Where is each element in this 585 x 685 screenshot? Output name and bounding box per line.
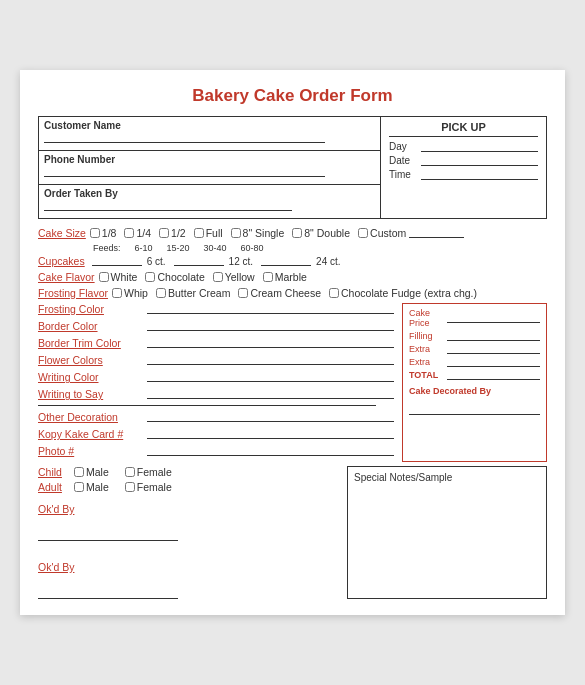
flavor-chocolate-checkbox[interactable] (145, 272, 155, 282)
frosting-flavor-label: Frosting Flavor (38, 287, 108, 299)
child-male-checkbox[interactable] (74, 467, 84, 477)
adult-male-checkbox[interactable] (74, 482, 84, 492)
flavor-white: White (99, 271, 138, 283)
photo-row: Photo # (38, 445, 394, 457)
flavor-yellow: Yellow (213, 271, 255, 283)
phone-label: Phone Number (44, 154, 375, 165)
size-8-single: 8" Single (231, 227, 285, 239)
total-label: TOTAL (409, 370, 447, 380)
size-1-8-checkbox[interactable] (90, 228, 100, 238)
pickup-title: PICK UP (389, 121, 538, 137)
flavor-yellow-checkbox[interactable] (213, 272, 223, 282)
extra-1-field[interactable] (447, 344, 540, 354)
cake-flavor-row: Cake Flavor White Chocolate Yellow Marbl… (38, 271, 547, 283)
writing-to-say-field[interactable] (147, 389, 394, 399)
border-trim-field[interactable] (147, 338, 394, 348)
adult-male: Male (74, 481, 109, 493)
flower-colors-field[interactable] (147, 355, 394, 365)
frosting-cream-cheese: Cream Cheese (238, 287, 321, 299)
frosting-whip: Whip (112, 287, 148, 299)
size-custom: Custom (358, 227, 467, 239)
flavor-chocolate: Chocolate (145, 271, 204, 283)
order-taken-label: Order Taken By (44, 188, 375, 199)
extra-2-label: Extra (409, 357, 447, 367)
page-title: Bakery Cake Order Form (38, 86, 547, 106)
flower-colors-label: Flower Colors (38, 354, 143, 366)
frosting-choc-fudge: Chocolate Fudge (extra chg.) (329, 287, 477, 299)
cupcakes-row: Cupcakes 6 ct. 12 ct. 24 ct. (38, 255, 547, 267)
photo-label: Photo # (38, 445, 143, 457)
size-full: Full (194, 227, 223, 239)
frosting-choc-fudge-checkbox[interactable] (329, 288, 339, 298)
cake-size-label: Cake Size (38, 227, 86, 239)
writing-to-say-row: Writing to Say (38, 388, 394, 400)
flavor-marble-checkbox[interactable] (263, 272, 273, 282)
extra-2-field[interactable] (447, 357, 540, 367)
child-female: Female (125, 466, 172, 478)
child-row: Child Male Female (38, 466, 339, 478)
frosting-color-field[interactable] (147, 304, 394, 314)
other-decoration-field[interactable] (147, 412, 394, 422)
time-row: Time (389, 169, 538, 180)
adult-female-checkbox[interactable] (125, 482, 135, 492)
extra-1-label: Extra (409, 344, 447, 354)
frosting-whip-checkbox[interactable] (112, 288, 122, 298)
writing-to-say-label: Writing to Say (38, 388, 143, 400)
size-1-2: 1/2 (159, 227, 186, 239)
bottom-left: Child Male Female Adult Male (38, 466, 339, 599)
filling-field[interactable] (447, 331, 540, 341)
photo-field[interactable] (147, 446, 394, 456)
border-trim-label: Border Trim Color (38, 337, 143, 349)
child-female-checkbox[interactable] (125, 467, 135, 477)
adult-row: Adult Male Female (38, 481, 339, 493)
bottom-section: Child Male Female Adult Male (38, 466, 547, 599)
cake-size-row: Cake Size 1/8 1/4 1/2 Full (38, 227, 547, 239)
custom-size-field[interactable] (409, 228, 464, 238)
extra-2-row: Extra (409, 357, 540, 367)
day-label: Day (389, 141, 421, 152)
cupcake-qty[interactable] (92, 256, 142, 266)
filling-row: Filling (409, 331, 540, 341)
okd-by-1: Ok'd By (38, 503, 339, 541)
total-field[interactable] (447, 370, 540, 380)
flavor-white-checkbox[interactable] (99, 272, 109, 282)
special-notes-input[interactable] (354, 487, 540, 587)
date-row: Date (389, 155, 538, 166)
frosting-flavor-options: Whip Butter Cream Cream Cheese Chocolate… (112, 287, 483, 299)
cake-price-field[interactable] (447, 313, 540, 323)
size-8-single-checkbox[interactable] (231, 228, 241, 238)
cupcake-qty-2[interactable] (174, 256, 224, 266)
frosting-flavor-row: Frosting Flavor Whip Butter Cream Cream … (38, 287, 547, 299)
size-full-checkbox[interactable] (194, 228, 204, 238)
border-color-row: Border Color (38, 320, 394, 332)
okd-by-1-field[interactable] (38, 531, 178, 541)
writing-color-field[interactable] (147, 372, 394, 382)
flavor-marble: Marble (263, 271, 307, 283)
size-custom-checkbox[interactable] (358, 228, 368, 238)
total-row: TOTAL (409, 370, 540, 380)
adult-label: Adult (38, 481, 74, 493)
okd-by-1-label: Ok'd By (38, 503, 74, 515)
writing-color-label: Writing Color (38, 371, 143, 383)
border-color-field[interactable] (147, 321, 394, 331)
size-8-double-checkbox[interactable] (292, 228, 302, 238)
extra-1-row: Extra (409, 344, 540, 354)
customer-name-row: Customer Name (39, 117, 380, 151)
kopy-kake-label: Kopy Kake Card # (38, 428, 143, 440)
other-decoration-label: Other Decoration (38, 411, 143, 423)
frosting-butter-checkbox[interactable] (156, 288, 166, 298)
time-label: Time (389, 169, 421, 180)
feeds-label: Feeds: (93, 243, 121, 253)
pickup-section: PICK UP Day Date Time (381, 117, 546, 218)
frosting-cream-cheese-checkbox[interactable] (238, 288, 248, 298)
day-row: Day (389, 141, 538, 152)
frosting-color-row: Frosting Color (38, 303, 394, 315)
size-1-2-checkbox[interactable] (159, 228, 169, 238)
kopy-kake-field[interactable] (147, 429, 394, 439)
cupcake-qty-3[interactable] (261, 256, 311, 266)
child-label: Child (38, 466, 74, 478)
top-section: Customer Name Phone Number Order Taken B… (38, 116, 547, 219)
size-1-4-checkbox[interactable] (124, 228, 134, 238)
child-male: Male (74, 466, 109, 478)
okd-by-2-field[interactable] (38, 589, 178, 599)
